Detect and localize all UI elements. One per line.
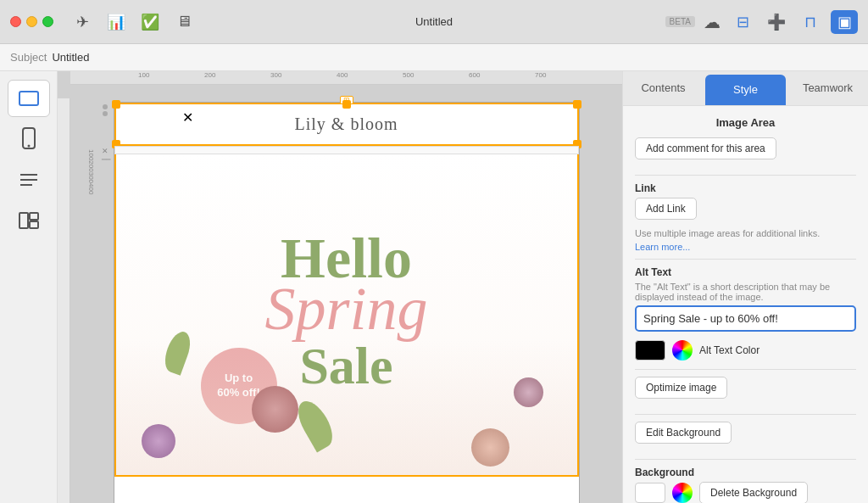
flower-1 bbox=[142, 424, 175, 458]
traffic-lights bbox=[10, 16, 53, 27]
tab-contents[interactable]: Contents bbox=[623, 71, 704, 105]
text-tool[interactable] bbox=[8, 161, 50, 198]
canvas-content: 100200300400 ⊞ bbox=[58, 85, 622, 503]
section-separator: ✕ ━━ bbox=[114, 146, 579, 154]
background-label: Background bbox=[635, 467, 856, 478]
sale-text: Sale bbox=[264, 339, 427, 392]
email-header[interactable]: ⊞ ✕ Lily & bloom bbox=[114, 103, 579, 146]
alt-text-input[interactable] bbox=[635, 305, 856, 332]
layout-tool[interactable] bbox=[8, 202, 50, 239]
resize-handle-tc[interactable] bbox=[342, 100, 351, 109]
color-wheel-icon[interactable] bbox=[672, 340, 693, 360]
svg-point-2 bbox=[27, 145, 30, 148]
leaf-1 bbox=[292, 396, 339, 453]
learn-more-link[interactable]: Learn more... bbox=[635, 242, 856, 252]
panel-tabs: Contents Style Teamwork bbox=[623, 71, 868, 106]
resize-handle-tl[interactable] bbox=[112, 100, 120, 109]
divider-3 bbox=[635, 369, 856, 370]
divider-4 bbox=[635, 414, 856, 415]
cloud-icon[interactable]: ☁ bbox=[704, 12, 721, 32]
subject-bar: Subject Untitled bbox=[0, 44, 868, 71]
vertical-ruler: 100200300400 bbox=[58, 98, 70, 503]
add-icon[interactable]: ➕ bbox=[763, 10, 790, 34]
minimize-button[interactable] bbox=[26, 16, 37, 27]
view-icons: ⊟ ➕ ⊓ ▣ bbox=[729, 10, 858, 34]
title-bar: ✈ 📊 ✅ 🖥 Untitled BETA ☁ ⊟ ➕ ⊓ ▣ bbox=[0, 0, 868, 44]
main-area: 100 200 300 400 500 600 700 100200300400… bbox=[0, 71, 868, 503]
toolbar-icons: ✈ 📊 ✅ 🖥 bbox=[70, 10, 196, 34]
svg-rect-8 bbox=[30, 221, 38, 228]
spring-image-area[interactable]: Hello Spring Sale Up to 60% off! bbox=[114, 154, 579, 477]
flower-2 bbox=[252, 386, 298, 433]
sale-text-group: Hello Spring Sale bbox=[264, 229, 427, 392]
flower-4 bbox=[514, 377, 543, 407]
right-panel: Contents Style Teamwork Image Area Add c… bbox=[622, 71, 868, 503]
divider-2 bbox=[635, 259, 856, 260]
layout-icon[interactable]: ⊓ bbox=[797, 10, 824, 34]
alt-text-label: Alt Text bbox=[635, 266, 856, 278]
horizontal-ruler: 100 200 300 400 500 600 700 bbox=[70, 71, 622, 85]
section-title: Image Area bbox=[635, 116, 856, 129]
optimize-button[interactable]: Optimize image bbox=[635, 377, 727, 399]
link-hint: Use multiple image areas for additional … bbox=[635, 228, 856, 238]
divider-5 bbox=[635, 459, 856, 460]
columns-icon[interactable]: ⊟ bbox=[729, 10, 756, 34]
mobile-tool[interactable] bbox=[8, 120, 50, 158]
background-color-row: Delete Background bbox=[635, 482, 856, 503]
nav-icon[interactable]: ✈ bbox=[70, 10, 94, 34]
edit-background-button[interactable]: Edit Background bbox=[635, 422, 732, 444]
email-logo: Lily & bloom bbox=[295, 115, 398, 134]
tab-teamwork[interactable]: Teamwork bbox=[787, 71, 868, 105]
panel-content: Image Area Add comment for this area Lin… bbox=[623, 106, 868, 503]
badge-line1: Up to bbox=[225, 372, 253, 386]
maximize-button[interactable] bbox=[42, 16, 53, 27]
section-x: ✕ bbox=[182, 109, 193, 126]
toolbar-right: BETA ☁ ⊟ ➕ ⊓ ▣ bbox=[665, 10, 858, 34]
divider-1 bbox=[635, 175, 856, 176]
leaf-2 bbox=[160, 328, 195, 376]
left-toolbar bbox=[0, 71, 58, 503]
app-title: Untitled bbox=[415, 15, 453, 28]
svg-rect-6 bbox=[19, 213, 28, 228]
panel-icon[interactable]: ▣ bbox=[831, 10, 858, 34]
svg-rect-0 bbox=[19, 92, 38, 105]
stats-icon[interactable]: 📊 bbox=[104, 10, 128, 34]
alt-text-hint: The "Alt Text" is a short description th… bbox=[635, 282, 856, 302]
link-label: Link bbox=[635, 182, 856, 194]
alt-text-color-row: Alt Text Color bbox=[635, 340, 856, 360]
add-comment-button[interactable]: Add comment for this area bbox=[635, 137, 776, 159]
section-indicator bbox=[103, 104, 108, 116]
subject-value[interactable]: Untitled bbox=[52, 51, 89, 64]
canvas-area: 100 200 300 400 500 600 700 100200300400… bbox=[58, 71, 622, 503]
subject-label: Subject bbox=[10, 51, 47, 64]
close-button[interactable] bbox=[10, 16, 21, 27]
spring-text: Spring bbox=[264, 278, 427, 339]
resize-handle-tr[interactable] bbox=[573, 100, 581, 109]
svg-rect-7 bbox=[30, 213, 38, 220]
tab-style[interactable]: Style bbox=[705, 75, 786, 105]
email-canvas: ⊞ ✕ Lily & bloom bbox=[114, 102, 580, 503]
alt-text-color-label: Alt Text Color bbox=[699, 344, 760, 356]
beta-badge: BETA bbox=[665, 16, 695, 27]
background-swatch[interactable] bbox=[635, 483, 665, 503]
flower-3 bbox=[471, 428, 509, 467]
color-swatch[interactable] bbox=[635, 340, 665, 360]
add-link-button[interactable]: Add Link bbox=[635, 198, 697, 220]
delete-background-button[interactable]: Delete Background bbox=[699, 482, 808, 503]
select-tool[interactable] bbox=[8, 80, 50, 117]
canvas-scroll[interactable]: ⊞ ✕ Lily & bloom bbox=[70, 85, 622, 503]
background-color-wheel[interactable] bbox=[672, 483, 693, 503]
preview-icon[interactable]: 🖥 bbox=[172, 10, 196, 34]
check-icon[interactable]: ✅ bbox=[138, 10, 162, 34]
